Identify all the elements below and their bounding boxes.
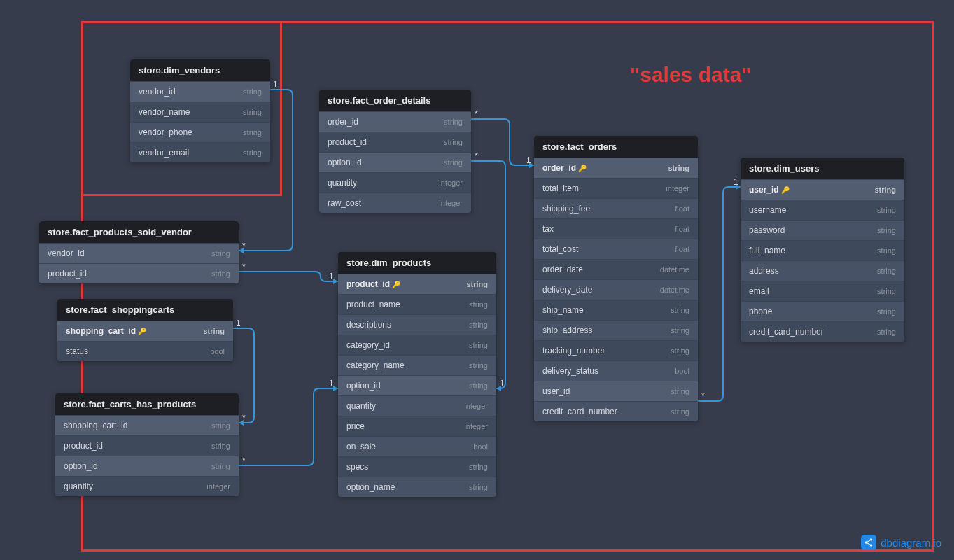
column-row[interactable]: ship_addressstring <box>534 320 698 340</box>
table-fact-products-sold-vendor[interactable]: store.fact_products_sold_vendorvendor_id… <box>39 221 239 284</box>
table-header: store.dim_users <box>741 158 904 179</box>
column-row[interactable]: emailstring <box>741 281 904 301</box>
column-row[interactable]: quantityinteger <box>55 476 239 496</box>
column-row[interactable]: full_namestring <box>741 240 904 260</box>
column-name: quantity <box>328 178 357 188</box>
column-row[interactable]: quantityinteger <box>338 396 496 416</box>
column-name: user_id <box>542 386 570 396</box>
column-row[interactable]: category_idstring <box>338 335 496 355</box>
column-row[interactable]: product_idstring <box>319 132 471 152</box>
table-header: store.fact_order_details <box>319 90 471 111</box>
column-name: order_id🔑 <box>542 163 587 173</box>
column-type: string <box>671 346 689 355</box>
key-icon: 🔑 <box>578 164 587 172</box>
column-name: option_id <box>328 158 362 167</box>
column-name: password <box>749 225 785 235</box>
column-row[interactable]: usernamestring <box>741 200 904 220</box>
column-type: string <box>444 138 463 146</box>
column-name: delivery_date <box>542 285 592 295</box>
column-type: string <box>466 280 488 288</box>
column-row[interactable]: option_idstring <box>338 375 496 396</box>
card-12: 1 <box>329 379 334 388</box>
column-row[interactable]: order_datedatetime <box>534 259 698 279</box>
column-type: string <box>874 186 896 194</box>
column-row[interactable]: quantityinteger <box>319 172 471 192</box>
column-name: delivery_status <box>542 366 598 376</box>
column-name: shopping_cart_id🔑 <box>66 326 146 336</box>
column-row[interactable]: ship_namestring <box>534 300 698 320</box>
column-name: ship_name <box>542 305 584 315</box>
column-row[interactable]: passwordstring <box>741 220 904 240</box>
column-row[interactable]: phonestring <box>741 301 904 321</box>
column-row[interactable]: delivery_statusbool <box>534 360 698 381</box>
column-type: string <box>444 118 463 126</box>
column-row[interactable]: addressstring <box>741 260 904 281</box>
column-row[interactable]: priceinteger <box>338 416 496 436</box>
column-row[interactable]: option_idstring <box>319 152 471 172</box>
column-type: string <box>243 88 262 96</box>
column-row[interactable]: option_idstring <box>55 456 239 476</box>
column-type: string <box>877 307 896 316</box>
column-type: datetime <box>660 265 689 274</box>
column-row[interactable]: vendor_emailstring <box>130 142 270 162</box>
column-row[interactable]: shopping_cart_idstring <box>55 415 239 435</box>
column-row[interactable]: option_namestring <box>338 477 496 497</box>
column-name: vendor_phone <box>139 127 192 137</box>
column-row[interactable]: tracking_numberstring <box>534 340 698 360</box>
column-row[interactable]: product_idstring <box>39 263 239 284</box>
table-dim-products[interactable]: store.dim_productsproduct_id🔑stringprodu… <box>338 252 496 497</box>
column-row[interactable]: shopping_cart_id🔑string <box>57 321 233 341</box>
column-type: string <box>243 108 262 116</box>
column-row[interactable]: statusbool <box>57 341 233 361</box>
column-row[interactable]: shipping_feefloat <box>534 198 698 218</box>
column-row[interactable]: order_id🔑string <box>534 158 698 178</box>
column-row[interactable]: user_idstring <box>534 381 698 401</box>
column-row[interactable]: product_namestring <box>338 294 496 314</box>
column-type: integer <box>439 178 463 187</box>
column-name: total_cost <box>542 244 578 254</box>
column-name: option_name <box>346 482 395 492</box>
column-name: raw_cost <box>328 198 361 208</box>
card-9: 1 <box>734 177 738 187</box>
column-type: string <box>469 341 488 349</box>
column-row[interactable]: vendor_namestring <box>130 102 270 122</box>
column-row[interactable]: credit_card_numberstring <box>534 401 698 421</box>
column-row[interactable]: total_costfloat <box>534 239 698 259</box>
column-row[interactable]: taxfloat <box>534 218 698 239</box>
column-name: order_id <box>328 117 358 127</box>
column-row[interactable]: order_idstring <box>319 111 471 132</box>
column-name: price <box>346 421 365 431</box>
table-fact-carts-has-products[interactable]: store.fact_carts_has_productsshopping_ca… <box>55 393 239 496</box>
column-row[interactable]: credit_card_numberstring <box>741 321 904 342</box>
column-row[interactable]: vendor_phonestring <box>130 122 270 142</box>
column-row[interactable]: descriptionsstring <box>338 314 496 335</box>
column-row[interactable]: product_idstring <box>55 435 239 456</box>
column-row[interactable]: category_namestring <box>338 355 496 375</box>
column-name: credit_card_number <box>542 407 617 416</box>
column-name: ship_address <box>542 326 592 335</box>
column-row[interactable]: vendor_idstring <box>130 81 270 102</box>
dbdiagram-logo[interactable]: dbdiagram.io <box>861 535 941 550</box>
column-row[interactable]: product_id🔑string <box>338 274 496 294</box>
table-dim-vendors[interactable]: store.dim_vendorsvendor_idstringvendor_n… <box>130 59 270 162</box>
table-fact-order-details[interactable]: store.fact_order_detailsorder_idstringpr… <box>319 90 471 213</box>
column-row[interactable]: on_salebool <box>338 436 496 456</box>
column-type: string <box>877 328 896 336</box>
column-name: tracking_number <box>542 346 605 356</box>
table-dim-users[interactable]: store.dim_usersuser_id🔑stringusernamestr… <box>741 158 904 342</box>
column-row[interactable]: specsstring <box>338 456 496 477</box>
column-type: bool <box>675 367 689 375</box>
column-row[interactable]: vendor_idstring <box>39 243 239 263</box>
erd-canvas[interactable]: "sales data" 1 * * 1 * * 1 * 1 1 * 1 1 *… <box>0 0 954 560</box>
table-fact-shoppingcarts[interactable]: store.fact_shoppingcartsshopping_cart_id… <box>57 299 233 361</box>
column-type: string <box>671 306 689 314</box>
column-name: shopping_cart_id <box>64 421 127 430</box>
column-row[interactable]: user_id🔑string <box>741 179 904 200</box>
column-row[interactable]: raw_costinteger <box>319 192 471 213</box>
column-row[interactable]: delivery_datedatetime <box>534 279 698 300</box>
table-fact-orders[interactable]: store.fact_ordersorder_id🔑stringtotal_it… <box>534 136 698 421</box>
column-row[interactable]: total_iteminteger <box>534 178 698 198</box>
column-name: product_id <box>64 441 103 451</box>
column-name: product_name <box>346 300 400 309</box>
column-type: string <box>671 326 689 335</box>
